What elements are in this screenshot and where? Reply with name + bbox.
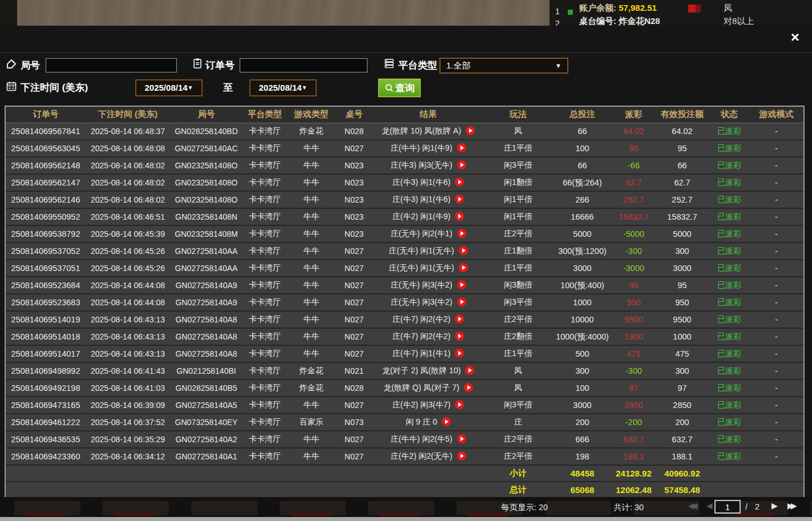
cell-game: 牛牛: [287, 225, 336, 243]
cell-bet: 666: [552, 431, 612, 448]
total-pages: 2: [755, 502, 760, 511]
cell-bet: 100(预:400): [552, 277, 612, 294]
cell-id: 250814069514017: [6, 345, 86, 362]
play-icon[interactable]: [455, 195, 464, 204]
play-icon[interactable]: [455, 349, 464, 358]
cell-valid: 475: [655, 345, 709, 362]
result-text: 庄(无牛) 闲2(牛1): [390, 229, 452, 238]
column-header: 派彩: [612, 107, 655, 123]
wall-edge: [0, 0, 17, 26]
cell-id: 250814069563045: [6, 140, 86, 157]
cell-valid: 252.7: [655, 191, 709, 208]
play-icon[interactable]: [459, 263, 468, 272]
cell-game: 牛牛: [287, 174, 336, 191]
play-icon[interactable]: [457, 297, 466, 306]
cell-status: 已派彩: [709, 243, 749, 260]
cell-table_no: N027: [336, 448, 373, 465]
platform-type-select[interactable]: 1.全部 ▼: [439, 58, 568, 74]
cell-platform: 卡卡湾厅: [243, 191, 287, 208]
cell-platform: 卡卡湾厅: [243, 157, 287, 174]
next-page-icon[interactable]: ▶: [771, 501, 775, 510]
cell-result: 龙(散牌 10) 凤(散牌 A): [373, 123, 484, 140]
platform-type-label: 平台类型: [398, 59, 437, 72]
play-icon[interactable]: [457, 160, 466, 169]
cell-result: 龙(对子 2) 凤(散牌 10): [373, 362, 484, 379]
play-icon[interactable]: [464, 383, 473, 392]
cell-table_no: N023: [336, 191, 373, 208]
cell-valid: 5000: [655, 225, 709, 243]
cell-wager: 闲3平倍: [484, 397, 552, 414]
play-icon[interactable]: [466, 126, 475, 135]
total-row-valid: 57458.48: [655, 482, 709, 498]
cell-table_no: N027: [336, 260, 373, 277]
play-icon[interactable]: [455, 314, 464, 324]
bet-table-frame: 订单号下注时间 (美东)局号平台类型游戏类型桌号结果玩法总投注派彩有效投注额状态…: [5, 106, 805, 500]
table-row: 2508140695621482025-08-14 06:48:02GN0232…: [6, 157, 803, 174]
cell-round: GN0232581408O: [170, 174, 243, 191]
page-number-input[interactable]: [714, 500, 741, 514]
cell-status: 已派彩: [709, 379, 749, 397]
cell-mode: -: [749, 174, 803, 191]
cell-valid: 97: [655, 379, 709, 397]
close-icon[interactable]: ×: [791, 29, 799, 45]
search-button[interactable]: 查询: [378, 79, 421, 97]
first-page-icon[interactable]: ◀◀: [688, 501, 695, 510]
cell-wager: 凤: [484, 362, 552, 379]
last-page-icon[interactable]: ▶▶: [787, 501, 794, 510]
bead-green-dot: [568, 10, 573, 15]
play-icon[interactable]: [465, 366, 474, 375]
play-icon[interactable]: [455, 332, 464, 341]
cell-time: 2025-08-14 06:45:26: [86, 260, 170, 277]
play-icon[interactable]: [459, 246, 468, 255]
cell-table_no: N027: [336, 431, 373, 448]
table-row: 2508140695140192025-08-14 06:43:13GN0272…: [6, 311, 803, 328]
column-header: 游戏类型: [287, 107, 336, 123]
play-icon[interactable]: [455, 212, 464, 221]
round-id-input[interactable]: [46, 58, 177, 72]
play-icon[interactable]: [455, 400, 464, 409]
cell-table_no: N027: [336, 277, 373, 294]
order-id-input[interactable]: [240, 58, 367, 72]
cell-time: 2025-08-14 06:48:02: [86, 191, 170, 208]
search-button-label: 查询: [395, 82, 415, 95]
cell-bet: 66: [552, 157, 612, 174]
play-icon[interactable]: [455, 177, 464, 187]
play-icon[interactable]: [457, 229, 466, 238]
prev-page-icon[interactable]: ◀: [706, 501, 710, 510]
cell-result: 闲 9 庄 0: [373, 414, 484, 431]
play-icon[interactable]: [457, 143, 466, 152]
cell-bet: 266: [552, 191, 612, 208]
cell-wager: 庄2平倍: [484, 431, 552, 448]
cell-table_no: N028: [336, 379, 373, 397]
cell-id: 250814069537052: [6, 243, 86, 260]
play-icon[interactable]: [457, 280, 466, 289]
cell-mode: -: [749, 311, 803, 328]
cell-bet: 66(预:264): [552, 174, 612, 191]
cell-valid: 66: [655, 157, 709, 174]
cell-result: 庄(牛7) 闲2(牛2): [373, 311, 484, 328]
cell-wager: 凤: [484, 379, 552, 397]
date-to-picker[interactable]: 2025/08/14▼: [249, 79, 317, 96]
cell-pay: 62.7: [612, 174, 655, 191]
cell-platform: 卡卡湾厅: [243, 294, 287, 311]
cell-id: 250814069567841: [6, 123, 86, 140]
cell-time: 2025-08-14 06:45:39: [86, 225, 170, 243]
result-text: 庄(牛3) 闲3(无牛): [390, 160, 452, 169]
play-icon[interactable]: [442, 417, 451, 426]
play-icon[interactable]: [457, 451, 466, 461]
table-row: 2508140695140172025-08-14 06:43:13GN0272…: [6, 345, 803, 362]
date-from-picker[interactable]: 2025/08/14▼: [135, 79, 203, 96]
side-text-pair8: 对8以上: [724, 16, 754, 26]
cell-status: 已派彩: [709, 260, 749, 277]
cell-platform: 卡卡湾厅: [243, 225, 287, 243]
cell-bet: 100: [552, 140, 612, 157]
cell-id: 250814069514018: [6, 328, 86, 345]
play-icon[interactable]: [457, 434, 466, 443]
cell-pay: 950: [612, 294, 655, 311]
cell-platform: 卡卡湾厅: [243, 328, 287, 345]
cell-platform: 卡卡湾厅: [243, 362, 287, 379]
calendar-icon: [6, 80, 17, 92]
cell-status: 已派彩: [709, 414, 749, 431]
cell-valid: 64.02: [655, 123, 709, 140]
cell-valid: 2850: [655, 397, 709, 414]
